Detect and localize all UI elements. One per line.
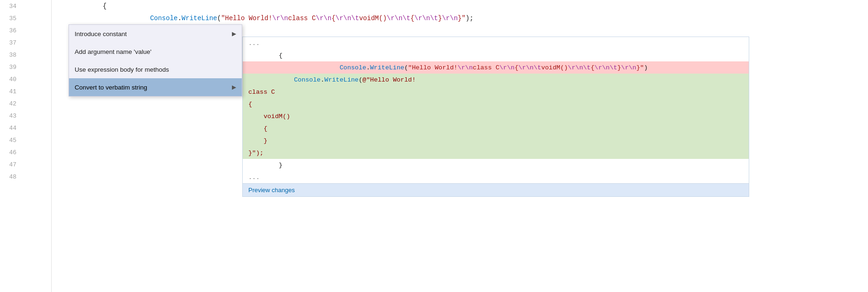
preview-line-inserted-4: voidM() xyxy=(243,110,749,122)
line-number: 45 xyxy=(0,137,16,144)
preview-line-close-brace: } xyxy=(243,159,749,171)
menu-item-label: Use expression body for methods xyxy=(75,66,169,73)
preview-line-inserted-6: } xyxy=(243,135,749,147)
preview-popup: ... { Console.WriteLine("Hello World!\r\… xyxy=(242,37,749,197)
preview-code-text: }"); xyxy=(248,150,263,157)
menu-item-convert-verbatim[interactable]: Convert to verbatim string ▶ xyxy=(69,78,242,96)
code-esc1: \r\n xyxy=(458,64,473,71)
submenu-arrow-icon: ▶ xyxy=(232,84,236,90)
preview-code-text: ... xyxy=(248,174,260,181)
code-escape6: \r\n xyxy=(415,15,430,22)
line-row: 48 xyxy=(0,171,51,183)
menu-item-introduce-constant[interactable]: Introduce constant ▶ xyxy=(69,25,242,43)
preview-line-inserted-5: { xyxy=(243,122,749,135)
preview-code-content: ... { Console.WriteLine("Hello World!\r\… xyxy=(243,37,749,183)
code-string-mid3: voidM() xyxy=(359,15,387,22)
preview-line-inserted-2: class C xyxy=(243,86,749,98)
code-punct: ( xyxy=(217,15,221,22)
code-str6: } xyxy=(617,64,621,71)
code-console2: Console xyxy=(294,76,321,83)
menu-item-add-argument[interactable]: Add argument name 'value' xyxy=(69,43,242,60)
code-escape5: \t xyxy=(402,15,410,22)
code-string-start: "Hello World! xyxy=(221,15,272,22)
line-number: 44 xyxy=(0,125,16,132)
code-dot2: . xyxy=(321,76,324,83)
code-console: Console xyxy=(339,64,366,71)
menu-item-label: Introduce constant xyxy=(75,30,127,37)
code-escape: \r\n xyxy=(272,15,288,22)
preview-code-text: class C xyxy=(248,89,275,96)
line-row: 40 xyxy=(0,73,51,85)
code-esc6: \t xyxy=(583,64,591,71)
code-esc8: \t xyxy=(610,64,617,71)
code-indent xyxy=(294,64,339,71)
preview-line-inserted-3: { xyxy=(243,98,749,110)
preview-changes-label: Preview changes xyxy=(248,187,295,194)
line-number: 37 xyxy=(0,39,16,46)
line-row: 43 xyxy=(0,110,51,122)
context-menu: Introduce constant ▶ Add argument name '… xyxy=(69,24,242,97)
preview-line-deleted: Console.WriteLine("Hello World!\r\nclass… xyxy=(243,61,749,74)
code-verbatim-str: @"Hello World! xyxy=(362,76,415,83)
code-string-brace: { xyxy=(410,15,414,22)
line-numbers: 34 35 36 37 38 39 xyxy=(0,0,52,292)
code-string-end: }" xyxy=(458,15,466,22)
code-str2: class C xyxy=(473,64,499,71)
preview-line-dots-bottom: ... xyxy=(243,171,749,183)
preview-line-dots-top: ... xyxy=(243,37,749,49)
preview-code-text: { xyxy=(248,101,252,108)
line-number: 41 xyxy=(0,88,16,95)
line-row: 39 xyxy=(0,61,51,73)
line-row: 46 xyxy=(0,146,51,158)
preview-code-text: Console.WriteLine("Hello World!\r\nclass… xyxy=(248,57,648,78)
code-escape4: \r\n xyxy=(387,15,403,22)
line-number: 35 xyxy=(0,15,16,22)
code-escape3: \t xyxy=(351,15,359,22)
line-row: 41 xyxy=(0,85,51,97)
code-close-paren: ) xyxy=(644,64,648,71)
code-escape8: \r\n xyxy=(442,15,458,22)
code-str4: voidM() xyxy=(541,64,568,71)
menu-item-label: Add argument name 'value' xyxy=(75,48,152,55)
code-string-mid: class C xyxy=(288,15,316,22)
line-row: 44 xyxy=(0,122,51,134)
code-escape: \r\n xyxy=(316,15,332,22)
preview-code-text: { xyxy=(248,125,268,132)
line-row: 34 xyxy=(0,0,51,12)
preview-changes-button[interactable]: Preview changes xyxy=(243,183,749,196)
preview-code-text: voidM() xyxy=(248,113,290,120)
line-number: 40 xyxy=(0,76,16,83)
code-esc5: \r\n xyxy=(568,64,583,71)
code-keyword: Console xyxy=(150,15,178,22)
code-esc9: \r\n xyxy=(621,64,636,71)
code-esc2: \r\n xyxy=(499,64,515,71)
code-writeline2: WriteLine xyxy=(324,76,359,83)
menu-item-expression-body[interactable]: Use expression body for methods xyxy=(69,60,242,78)
preview-line-inserted-7: }"); xyxy=(243,147,749,159)
code-escape2: \r\n xyxy=(336,15,352,22)
menu-item-label: Convert to verbatim string xyxy=(75,84,147,91)
code-string-mid2: { xyxy=(331,15,335,22)
code-esc7: \r\n xyxy=(594,64,609,71)
preview-code-text: ... xyxy=(248,40,260,47)
line-row: 38 xyxy=(0,49,51,61)
code-close: ); xyxy=(466,15,474,22)
line-number: 42 xyxy=(0,100,16,107)
line-number: 43 xyxy=(0,112,16,120)
code-str7: }" xyxy=(636,64,644,71)
code-indent xyxy=(87,15,150,22)
line-number: 39 xyxy=(0,64,16,71)
line-row: 35 xyxy=(0,12,51,24)
line-row: 36 xyxy=(0,24,51,37)
editor-container: 34 35 36 37 38 39 xyxy=(0,0,868,292)
code-punct: . xyxy=(177,15,181,22)
code-esc3: \r\n xyxy=(518,64,533,71)
code-area: { Console.WriteLine("Hello World!\r\ncla… xyxy=(52,0,868,292)
line-row: 42 xyxy=(0,97,51,110)
preview-code-text xyxy=(248,76,294,83)
submenu-arrow-icon: ▶ xyxy=(232,30,236,37)
line-number: 47 xyxy=(0,161,16,168)
line-number: 46 xyxy=(0,149,16,156)
line-number: 48 xyxy=(0,173,16,180)
preview-code-text: } xyxy=(248,137,268,144)
